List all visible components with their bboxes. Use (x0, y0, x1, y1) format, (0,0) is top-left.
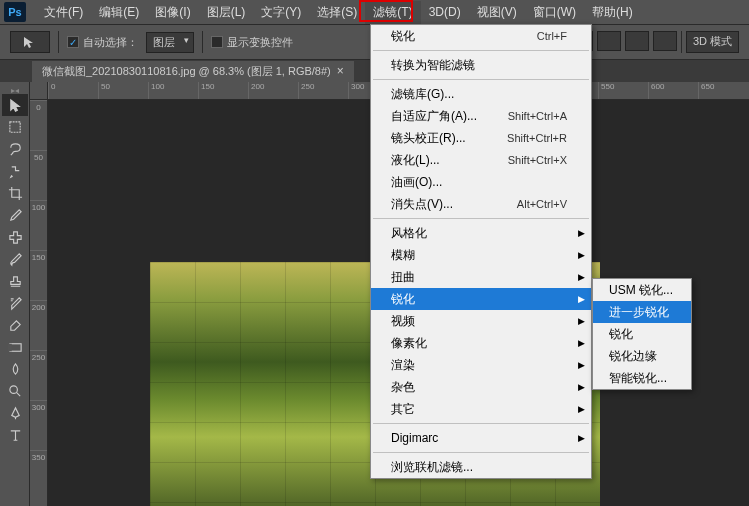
menu-file[interactable]: 文件(F) (36, 1, 91, 24)
menubar: Ps 文件(F) 编辑(E) 图像(I) 图层(L) 文字(Y) 选择(S) 滤… (0, 0, 749, 24)
menu-help[interactable]: 帮助(H) (584, 1, 641, 24)
unchecked-icon (211, 36, 223, 48)
ruler-tick: 0 (48, 82, 98, 99)
menu-item[interactable]: 像素化▶ (371, 332, 591, 354)
menu-filter[interactable]: 滤镜(T) (365, 1, 420, 24)
submenu-item[interactable]: 进一步锐化 (593, 301, 691, 323)
align-icon[interactable] (597, 31, 621, 51)
align-icon[interactable] (625, 31, 649, 51)
menu-type[interactable]: 文字(Y) (253, 1, 309, 24)
menu-item-label: Digimarc (391, 431, 567, 445)
menu-3d[interactable]: 3D(D) (421, 2, 469, 22)
show-transform-checkbox[interactable]: 显示变换控件 (211, 35, 293, 50)
menu-item[interactable]: 油画(O)... (371, 171, 591, 193)
submenu-item-label: 进一步锐化 (609, 304, 679, 321)
marquee-tool[interactable] (2, 116, 28, 138)
menu-item[interactable]: 浏览联机滤镜... (371, 456, 591, 478)
ruler-vertical: 0 50 100 150 200 250 300 350 (30, 100, 48, 506)
close-icon[interactable]: × (337, 64, 344, 78)
brush-tool[interactable] (2, 248, 28, 270)
submenu-arrow-icon: ▶ (578, 404, 585, 414)
menu-item-label: 自适应广角(A)... (391, 108, 508, 125)
menu-item-label: 渲染 (391, 357, 567, 374)
menu-separator (373, 50, 589, 51)
submenu-arrow-icon: ▶ (578, 316, 585, 326)
pen-tool[interactable] (2, 402, 28, 424)
menu-shortcut: Shift+Ctrl+R (507, 132, 567, 144)
menu-item[interactable]: 渲染▶ (371, 354, 591, 376)
blur-tool[interactable] (2, 358, 28, 380)
menu-shortcut: Ctrl+F (537, 30, 567, 42)
healing-tool[interactable] (2, 226, 28, 248)
ruler-corner (30, 82, 48, 100)
menu-item[interactable]: 杂色▶ (371, 376, 591, 398)
dodge-tool[interactable] (2, 380, 28, 402)
crop-tool[interactable] (2, 182, 28, 204)
submenu-item[interactable]: 锐化 (593, 323, 691, 345)
move-tool-indicator-icon[interactable] (10, 31, 50, 53)
ruler-tick: 600 (648, 82, 698, 99)
eyedropper-tool[interactable] (2, 204, 28, 226)
menu-item[interactable]: 消失点(V)...Alt+Ctrl+V (371, 193, 591, 215)
submenu-arrow-icon: ▶ (578, 382, 585, 392)
auto-select-checkbox[interactable]: ✓ 自动选择： (67, 35, 138, 50)
menu-item[interactable]: 锐化▶ (371, 288, 591, 310)
menu-item-label: 镜头校正(R)... (391, 130, 507, 147)
menu-window[interactable]: 窗口(W) (525, 1, 584, 24)
menu-select[interactable]: 选择(S) (309, 1, 365, 24)
menu-item[interactable]: 转换为智能滤镜 (371, 54, 591, 76)
menu-item[interactable]: 扭曲▶ (371, 266, 591, 288)
auto-select-dropdown[interactable]: 图层 (146, 32, 194, 53)
menu-view[interactable]: 视图(V) (469, 1, 525, 24)
menu-item[interactable]: 液化(L)...Shift+Ctrl+X (371, 149, 591, 171)
menu-item[interactable]: 自适应广角(A)...Shift+Ctrl+A (371, 105, 591, 127)
menu-item-label: 浏览联机滤镜... (391, 459, 567, 476)
menu-item[interactable]: 风格化▶ (371, 222, 591, 244)
ruler-tick: 150 (198, 82, 248, 99)
menu-item-label: 液化(L)... (391, 152, 508, 169)
submenu-item[interactable]: USM 锐化... (593, 279, 691, 301)
menu-item[interactable]: 锐化Ctrl+F (371, 25, 591, 47)
menu-item-label: 杂色 (391, 379, 567, 396)
menu-item[interactable]: 视频▶ (371, 310, 591, 332)
menu-edit[interactable]: 编辑(E) (91, 1, 147, 24)
submenu-item-label: 锐化 (609, 326, 679, 343)
menu-item-label: 油画(O)... (391, 174, 567, 191)
menu-item[interactable]: 其它▶ (371, 398, 591, 420)
align-icon[interactable] (653, 31, 677, 51)
lasso-tool[interactable] (2, 138, 28, 160)
quick-select-tool[interactable] (2, 160, 28, 182)
check-icon: ✓ (67, 36, 79, 48)
history-brush-tool[interactable] (2, 292, 28, 314)
ruler-tick: 150 (30, 250, 47, 300)
submenu-item-label: USM 锐化... (609, 282, 679, 299)
gradient-tool[interactable] (2, 336, 28, 358)
filter-menu-dropdown: 锐化Ctrl+F转换为智能滤镜滤镜库(G)...自适应广角(A)...Shift… (370, 24, 592, 479)
menu-item[interactable]: 镜头校正(R)...Shift+Ctrl+R (371, 127, 591, 149)
ruler-tick: 200 (30, 300, 47, 350)
svg-point-2 (9, 385, 17, 393)
file-tab[interactable]: 微信截图_20210830110816.jpg @ 68.3% (图层 1, R… (32, 61, 354, 82)
menu-layer[interactable]: 图层(L) (199, 1, 254, 24)
submenu-item[interactable]: 智能锐化... (593, 367, 691, 389)
menu-item-label: 锐化 (391, 28, 537, 45)
menu-item[interactable]: Digimarc▶ (371, 427, 591, 449)
submenu-item[interactable]: 锐化边缘 (593, 345, 691, 367)
menu-item-label: 转换为智能滤镜 (391, 57, 567, 74)
stamp-tool[interactable] (2, 270, 28, 292)
toolbox-grip-icon[interactable]: ▸◂ (0, 86, 29, 94)
submenu-arrow-icon: ▶ (578, 228, 585, 238)
menu-image[interactable]: 图像(I) (147, 1, 198, 24)
menu-item[interactable]: 模糊▶ (371, 244, 591, 266)
menu-item[interactable]: 滤镜库(G)... (371, 83, 591, 105)
move-tool[interactable] (2, 94, 28, 116)
type-tool[interactable] (2, 424, 28, 446)
eraser-tool[interactable] (2, 314, 28, 336)
menu-item-label: 风格化 (391, 225, 567, 242)
submenu-arrow-icon: ▶ (578, 338, 585, 348)
submenu-arrow-icon: ▶ (578, 433, 585, 443)
toolbox: ▸◂ (0, 82, 30, 506)
ruler-tick: 250 (30, 350, 47, 400)
ruler-tick: 100 (148, 82, 198, 99)
auto-select-label: 自动选择： (83, 35, 138, 50)
